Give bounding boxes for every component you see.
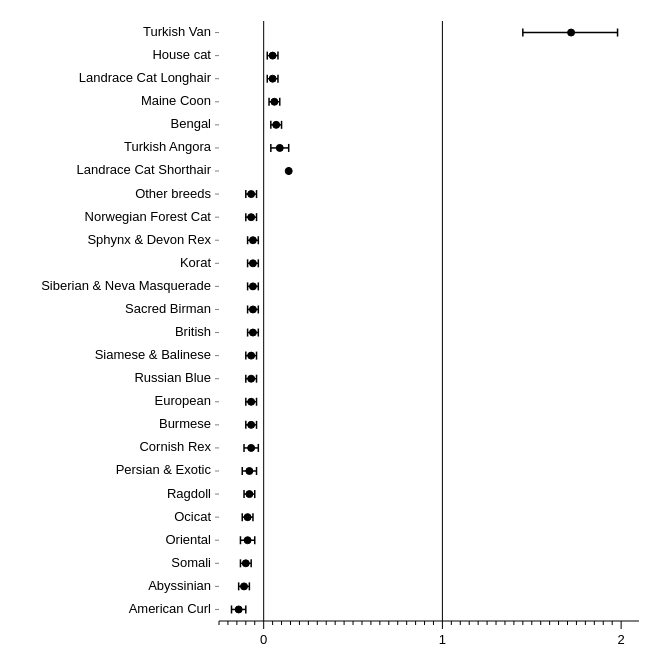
svg-text:Maine Coon: Maine Coon	[140, 93, 210, 108]
svg-point-71	[249, 283, 256, 290]
svg-text:Oriental: Oriental	[165, 532, 211, 547]
svg-point-17	[269, 75, 276, 82]
svg-point-65	[249, 260, 256, 267]
svg-point-149	[240, 583, 247, 590]
svg-point-5	[567, 29, 574, 36]
svg-text:House cat: House cat	[152, 47, 211, 62]
svg-point-113	[247, 444, 254, 451]
svg-text:Somali: Somali	[171, 555, 211, 570]
svg-text:Siamese & Balinese: Siamese & Balinese	[94, 347, 210, 362]
svg-text:Burmese: Burmese	[158, 416, 210, 431]
svg-point-59	[249, 237, 256, 244]
chart-container: Turkish VanHouse catLandrace Cat Longhai…	[9, 11, 659, 661]
svg-point-131	[244, 514, 251, 521]
svg-text:Other breeds: Other breeds	[135, 186, 211, 201]
svg-point-119	[245, 468, 252, 475]
svg-point-83	[249, 329, 256, 336]
svg-text:Landrace Cat Shorthair: Landrace Cat Shorthair	[76, 162, 211, 177]
svg-text:American Curl: American Curl	[128, 601, 210, 616]
svg-text:Ocicat: Ocicat	[174, 509, 211, 524]
svg-point-155	[235, 606, 242, 613]
svg-text:Landrace Cat Longhair: Landrace Cat Longhair	[78, 70, 211, 85]
svg-point-35	[276, 144, 283, 151]
svg-text:European: European	[154, 393, 210, 408]
svg-point-23	[270, 98, 277, 105]
svg-text:2: 2	[617, 632, 624, 647]
svg-text:Ragdoll: Ragdoll	[166, 486, 210, 501]
svg-point-107	[247, 421, 254, 428]
svg-text:Siberian & Neva Masquerade: Siberian & Neva Masquerade	[41, 278, 211, 293]
svg-text:Sacred Birman: Sacred Birman	[125, 301, 211, 316]
svg-text:Abyssinian: Abyssinian	[148, 578, 211, 593]
svg-point-77	[249, 306, 256, 313]
svg-text:Norwegian Forest Cat: Norwegian Forest Cat	[84, 209, 211, 224]
svg-point-11	[269, 52, 276, 59]
svg-text:Cornish Rex: Cornish Rex	[139, 439, 211, 454]
svg-point-89	[247, 352, 254, 359]
svg-text:Russian Blue: Russian Blue	[134, 370, 211, 385]
svg-point-29	[272, 121, 279, 128]
svg-text:Turkish Van: Turkish Van	[143, 24, 211, 39]
svg-point-143	[242, 560, 249, 567]
svg-point-47	[247, 191, 254, 198]
svg-text:0: 0	[260, 632, 267, 647]
svg-point-41	[285, 168, 292, 175]
svg-text:Bengal: Bengal	[170, 116, 211, 131]
svg-point-53	[247, 214, 254, 221]
svg-point-101	[247, 398, 254, 405]
svg-text:British: British	[174, 324, 210, 339]
svg-text:1: 1	[438, 632, 445, 647]
svg-text:Sphynx & Devon Rex: Sphynx & Devon Rex	[87, 232, 211, 247]
svg-point-95	[247, 375, 254, 382]
svg-point-125	[245, 491, 252, 498]
svg-text:Turkish Angora: Turkish Angora	[124, 139, 212, 154]
svg-text:Persian & Exotic: Persian & Exotic	[115, 462, 211, 477]
svg-text:Korat: Korat	[179, 255, 210, 270]
svg-point-137	[244, 537, 251, 544]
